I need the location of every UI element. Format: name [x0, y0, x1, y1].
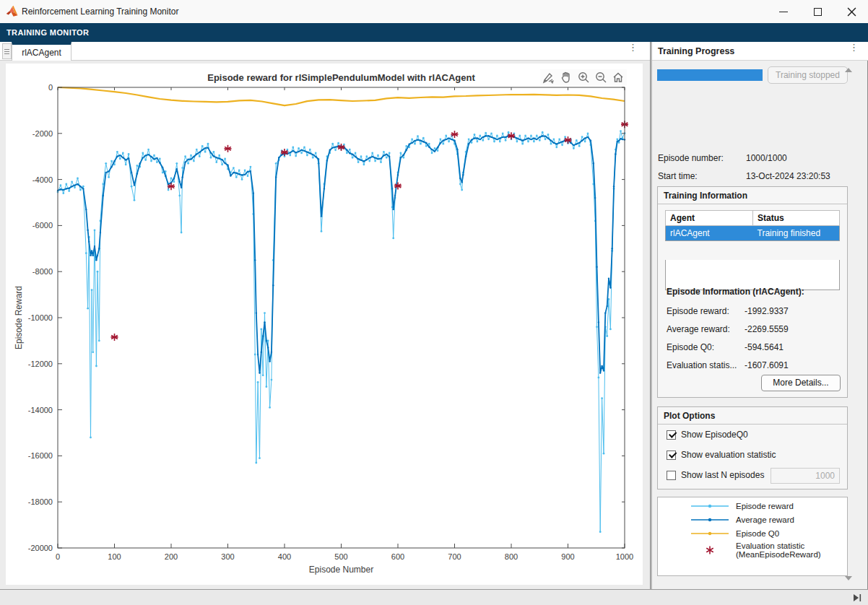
tab-options-icon[interactable]: ⋮ [628, 45, 637, 49]
ribbon-bar: TRAINING MONITOR [0, 23, 868, 42]
legend-line-icon [690, 528, 730, 539]
episode-number-value: 1000/1000 [746, 153, 787, 163]
legend-label: Evaluation statistic(MeanEpisodeReward) [736, 541, 821, 559]
legend-label: Episode reward [736, 502, 794, 510]
show-evaluation-label: Show evaluation statistic [681, 450, 776, 460]
svg-text:500: 500 [334, 552, 347, 561]
minimize-button[interactable] [767, 0, 800, 23]
x-axis-label: Episode Number [309, 565, 373, 575]
show-evaluation-option[interactable]: Show evaluation statistic [667, 450, 776, 460]
axes-toolbar [540, 69, 627, 85]
svg-text:0: 0 [56, 552, 60, 561]
svg-text:600: 600 [391, 552, 404, 561]
episode-reward-value: -1992.9337 [745, 306, 789, 316]
agent-status-table[interactable]: Agent Status rlACAgentTraining finished [665, 210, 840, 241]
show-last-n-checkbox[interactable] [667, 471, 676, 480]
episode-q0-value: -594.5641 [745, 342, 784, 352]
legend-line-icon [690, 501, 730, 511]
episode-number-label: Episode number: [658, 153, 724, 163]
legend-label: Average reward [736, 515, 794, 524]
svg-text:-6000: -6000 [32, 221, 53, 230]
average-reward-value: -2269.5559 [745, 324, 789, 334]
svg-text:-20000: -20000 [28, 544, 53, 552]
show-evaluation-checkbox[interactable] [667, 451, 676, 460]
svg-text:-4000: -4000 [32, 175, 53, 184]
col-agent: Agent [666, 211, 753, 226]
plot-options-box: Plot Options Show EpisodeQ0 Show evaluat… [657, 406, 848, 489]
legend-label: Episode Q0 [736, 529, 779, 538]
bottom-status-bar [0, 589, 868, 605]
tab-label: rlACAgent [12, 48, 71, 58]
chart-legend-box: Episode rewardAverage rewardEpisode Q0Ev… [657, 497, 848, 576]
svg-text:300: 300 [221, 552, 234, 561]
training-progress-bar [657, 69, 763, 81]
panel-options-icon[interactable]: ⋮ [849, 45, 858, 49]
svg-text:-14000: -14000 [28, 406, 53, 414]
svg-text:-2000: -2000 [32, 129, 53, 138]
episode-q0-label: Episode Q0: [667, 342, 714, 352]
legend-line-icon [690, 515, 730, 525]
more-details-button[interactable]: More Details... [761, 375, 841, 391]
svg-text:800: 800 [505, 552, 518, 561]
expand-panel-icon[interactable] [852, 593, 862, 603]
y-axis-label: Episode Reward [14, 286, 24, 349]
legend-item[interactable]: Evaluation statistic(MeanEpisodeReward) [690, 544, 847, 555]
scroll-down-icon[interactable] [845, 576, 852, 580]
chart-title: Episode reward for rlSimplePendulumModel… [207, 72, 475, 83]
table-row[interactable]: rlACAgentTraining finished [666, 226, 840, 241]
tab-drag-handle-icon[interactable] [2, 43, 12, 59]
evaluation-statistic-label: Evaluation statis... [667, 360, 737, 370]
svg-text:400: 400 [278, 552, 291, 561]
reward-chart: Episode reward for rlSimplePendulumModel… [6, 64, 643, 585]
legend-item[interactable]: Episode Q0 [690, 528, 847, 539]
agent-cell: rlACAgent [666, 226, 753, 241]
training-stopped-button[interactable]: Training stopped [768, 66, 848, 84]
zoom-in-icon[interactable] [576, 70, 591, 84]
show-last-n-label: Show last N episodes [681, 470, 764, 480]
evaluation-statistic-value: -1607.6091 [745, 360, 789, 370]
maximize-button[interactable] [801, 0, 834, 23]
svg-text:1000: 1000 [616, 552, 633, 561]
window-title: Reinforcement Learning Training Monitor [22, 6, 178, 17]
svg-text:200: 200 [165, 552, 178, 561]
legend-item[interactable]: Episode reward [690, 500, 847, 511]
training-information-title: Training Information [658, 187, 847, 204]
plot-options-title: Plot Options [658, 407, 847, 425]
svg-text:700: 700 [448, 552, 461, 561]
svg-text:100: 100 [108, 552, 121, 561]
table-empty-area [665, 260, 840, 290]
close-button[interactable] [835, 0, 868, 23]
legend-asterisk-icon [690, 545, 730, 555]
svg-text:-18000: -18000 [28, 497, 53, 506]
show-episodeq0-label: Show EpisodeQ0 [681, 430, 748, 440]
svg-text:0: 0 [48, 83, 53, 92]
tab-rlacagent[interactable]: rlACAgent [12, 42, 71, 61]
last-n-episodes-input[interactable] [771, 468, 840, 484]
ribbon-tab-training-monitor[interactable]: TRAINING MONITOR [6, 28, 89, 37]
svg-text:-8000: -8000 [32, 267, 53, 276]
plot-area: Episode reward for rlSimplePendulumModel… [0, 61, 650, 589]
home-restore-view-icon[interactable] [611, 70, 625, 84]
scroll-up-icon[interactable] [845, 68, 852, 72]
svg-text:-16000: -16000 [28, 451, 53, 460]
svg-text:900: 900 [561, 552, 574, 561]
show-last-n-option[interactable]: Show last N episodes [667, 470, 764, 480]
show-episodeq0-option[interactable]: Show EpisodeQ0 [667, 430, 748, 440]
panel-title: Training Progress [658, 46, 734, 56]
legend-item[interactable]: Average reward [690, 514, 847, 525]
training-progress-panel: Training stopped Episode number: 1000/10… [652, 61, 856, 589]
episode-reward-label: Episode reward: [667, 306, 729, 316]
zoom-out-icon[interactable] [594, 70, 608, 84]
training-progress-header: Training Progress ⋮ [652, 42, 868, 61]
export-brush-icon[interactable] [542, 70, 556, 84]
episode-information-title: Episode Information (rlACAgent): [667, 287, 804, 297]
start-time-value: 13-Oct-2024 23:20:53 [746, 171, 830, 181]
svg-text:-10000: -10000 [28, 313, 53, 322]
col-status: Status [753, 211, 840, 226]
matlab-logo-icon [6, 5, 19, 18]
pan-hand-icon[interactable] [559, 70, 573, 84]
svg-text:-12000: -12000 [28, 360, 53, 368]
status-cell: Training finished [753, 226, 840, 241]
training-information-box: Training Information Agent Status rlACAg… [657, 186, 848, 398]
show-episodeq0-checkbox[interactable] [667, 430, 676, 440]
